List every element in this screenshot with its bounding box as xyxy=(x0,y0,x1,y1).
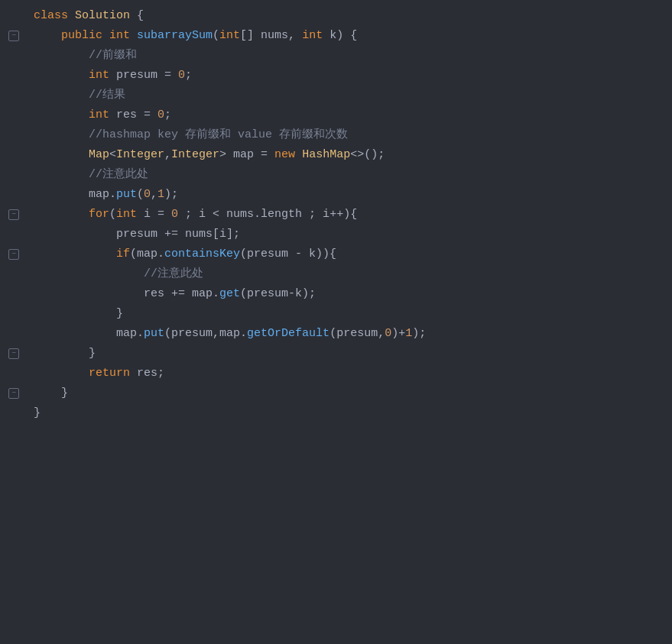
token: 0 xyxy=(157,108,164,121)
code-line: } xyxy=(0,403,672,423)
token: (presum - k)){ xyxy=(240,248,336,261)
token: 0 xyxy=(171,208,178,221)
line-content: } xyxy=(28,404,672,422)
token: res; xyxy=(137,367,164,380)
token: res xyxy=(116,108,144,121)
token: Integer xyxy=(171,148,219,161)
token: i = xyxy=(144,208,171,221)
code-line: − if(map.containsKey(presum - k)){ xyxy=(0,244,672,264)
line-content: Map<Integer,Integer> map = new HashMap<>… xyxy=(28,146,672,164)
token: , xyxy=(164,148,171,161)
line-content: res += map.get(presum-k); xyxy=(28,285,672,303)
line-content: presum += nums[i]; xyxy=(28,225,672,244)
token: > map = xyxy=(219,148,274,161)
code-line: − public int subarraySum(int[] nums, int… xyxy=(0,26,672,46)
token: for xyxy=(89,208,109,221)
fold-icon[interactable]: − xyxy=(8,348,19,359)
code-line: //hashmap key 存前缀和 value 存前缀和次数 xyxy=(0,125,672,145)
fold-icon[interactable]: − xyxy=(8,249,19,260)
line-content: public int subarraySum(int[] nums, int k… xyxy=(28,27,672,45)
line-content: //注意此处 xyxy=(28,166,672,184)
token xyxy=(34,267,144,280)
gutter: − xyxy=(0,388,28,399)
token: } xyxy=(34,406,41,419)
line-content: int res = 0; xyxy=(28,106,672,125)
line-content: //hashmap key 存前缀和 value 存前缀和次数 xyxy=(28,126,672,144)
token: (presum,map. xyxy=(164,327,247,340)
line-content: //注意此处 xyxy=(28,265,672,283)
token: = xyxy=(164,69,178,82)
token: if xyxy=(116,248,130,261)
token: (presum, xyxy=(330,327,385,340)
token xyxy=(34,128,89,141)
token: Map xyxy=(89,148,109,161)
token xyxy=(34,248,116,261)
token: } xyxy=(89,347,96,360)
fold-icon[interactable]: − xyxy=(8,388,19,399)
code-line: presum += nums[i]; xyxy=(0,225,672,244)
token: Integer xyxy=(116,148,164,161)
line-content: if(map.containsKey(presum - k)){ xyxy=(28,245,672,264)
token: HashMap xyxy=(302,148,350,161)
token xyxy=(34,49,89,62)
token: (presum-k); xyxy=(240,287,316,300)
code-line: //注意此处 xyxy=(0,264,672,284)
line-content: //前缀和 xyxy=(28,47,672,65)
line-content: int presum = 0; xyxy=(28,66,672,85)
token: new xyxy=(274,148,302,161)
line-content: } xyxy=(28,345,672,363)
token: 1 xyxy=(157,188,164,201)
token: int xyxy=(109,29,137,42)
code-line: //结果 xyxy=(0,86,672,105)
fold-icon[interactable]: − xyxy=(8,209,19,220)
token: = xyxy=(144,108,157,121)
code-line: map.put(presum,map.getOrDefault(presum,0… xyxy=(0,324,672,344)
token: , xyxy=(151,188,157,201)
token: get xyxy=(219,287,240,300)
token: public xyxy=(61,29,109,42)
code-line: class Solution { xyxy=(0,6,672,26)
code-line: //前缀和 xyxy=(0,46,672,66)
token xyxy=(34,208,89,221)
token xyxy=(34,347,89,360)
code-line: } xyxy=(0,304,672,324)
token xyxy=(34,327,116,340)
token: ( xyxy=(109,208,116,221)
token: int xyxy=(89,108,116,121)
token: res += map. xyxy=(144,287,219,300)
fold-icon[interactable]: − xyxy=(8,31,19,41)
code-line: Map<Integer,Integer> map = new HashMap<>… xyxy=(0,145,672,165)
token xyxy=(34,287,144,300)
token: subarraySum xyxy=(137,29,213,42)
line-content: map.put(0,1); xyxy=(28,186,672,204)
line-content: } xyxy=(28,305,672,323)
token: ; xyxy=(185,69,192,82)
gutter: − xyxy=(0,31,28,41)
token xyxy=(34,387,61,400)
token: map. xyxy=(89,188,116,201)
code-line: − for(int i = 0 ; i < nums.length ; i++)… xyxy=(0,205,672,225)
token: k) { xyxy=(330,29,357,42)
token: Solution xyxy=(75,9,130,22)
token: put xyxy=(116,188,137,201)
code-line: //注意此处 xyxy=(0,165,672,185)
token: int xyxy=(302,29,330,42)
code-line: map.put(0,1); xyxy=(0,185,672,205)
line-content: map.put(presum,map.getOrDefault(presum,0… xyxy=(28,325,672,343)
line-content: return res; xyxy=(28,364,672,383)
token: <>( xyxy=(350,148,371,161)
token xyxy=(34,188,89,201)
token: (map. xyxy=(130,248,164,261)
line-content: //结果 xyxy=(28,86,672,105)
token: 0 xyxy=(144,188,151,201)
token: ); xyxy=(164,188,178,201)
token: ; xyxy=(164,108,171,121)
code-line: int res = 0; xyxy=(0,105,672,125)
code-editor: class Solution {− public int subarraySum… xyxy=(0,0,672,429)
token xyxy=(34,108,89,121)
code-line: − } xyxy=(0,344,672,364)
token: //前缀和 xyxy=(89,49,137,62)
token: 0 xyxy=(385,327,391,340)
token: return xyxy=(89,367,137,380)
token: class xyxy=(34,9,75,22)
